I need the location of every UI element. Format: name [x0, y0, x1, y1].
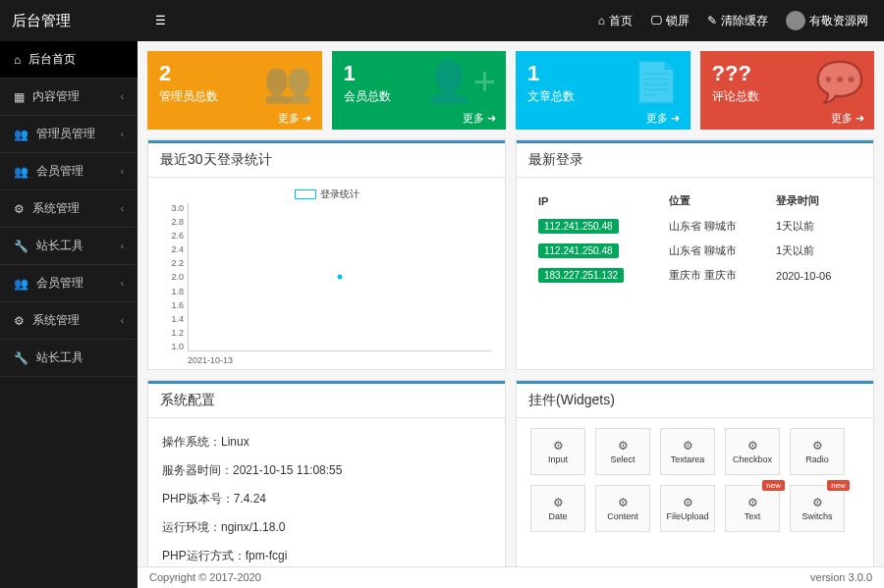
y-tick: 1.6 [162, 300, 184, 310]
widget-label: Switchs [801, 511, 832, 521]
widget-label: FileUpload [666, 511, 708, 521]
sidebar-item-4[interactable]: ⚙系统管理‹ [0, 190, 138, 228]
stat-more[interactable]: 更多 ➜ [278, 111, 311, 126]
stat-card-2[interactable]: 1文章总数更多 ➜📄 [516, 51, 691, 130]
chevron-left-icon: ‹ [121, 203, 124, 214]
login-loc: 山东省 聊城市 [661, 214, 768, 239]
new-badge: new [762, 480, 785, 491]
chart-panel: 最近30天登录统计 登录统计 3.02.82.62.42.22.01.81.61… [147, 139, 506, 370]
stat-card-3[interactable]: ???评论总数更多 ➜💬 [700, 51, 875, 130]
nav-user[interactable]: 有敬资源网 [786, 11, 868, 30]
chevron-left-icon: ‹ [121, 315, 124, 326]
widget-panel: 挂件(Widgets) ⚙Input⚙Select⚙Textarea⚙Check… [516, 380, 874, 566]
sidebar-toggle[interactable]: ☰ [145, 6, 175, 35]
widget-text[interactable]: ⚙Textnew [725, 485, 780, 532]
login-table: IP 位置 登录时间 112.241.250.48山东省 聊城市1天以前112.… [530, 187, 859, 288]
widget-radio[interactable]: ⚙Radio [790, 428, 845, 475]
widget-content[interactable]: ⚙Content [595, 485, 650, 532]
widget-fileupload[interactable]: ⚙FileUpload [660, 485, 715, 532]
y-tick: 1.2 [162, 328, 184, 338]
topbar-right: ⌂首页 🖵锁屏 ✎清除缓存 有敬资源网 [598, 11, 884, 30]
sys-panel-body: 操作系统：Linux 服务器时间：2021-10-15 11:08:55 PHP… [148, 418, 505, 566]
widget-label: Date [548, 511, 567, 521]
login-time: 1天以前 [768, 239, 859, 263]
stat-card-1[interactable]: 1会员总数更多 ➜👤+ [332, 51, 507, 130]
sys-sapi: PHP运行方式：fpm-fcgi [162, 542, 491, 566]
chart-plot [188, 203, 491, 351]
sidebar-item-label: 会员管理 [36, 163, 83, 180]
gear-icon: ⚙ [683, 439, 693, 453]
brand: 后台管理 [0, 12, 138, 30]
widget-label: Radio [805, 454, 829, 464]
chart-area: 登录统计 3.02.82.62.42.22.01.81.61.41.21.0 2… [148, 178, 505, 369]
sidebar-item-label: 系统管理 [32, 312, 80, 329]
stat-more[interactable]: 更多 ➜ [463, 111, 496, 126]
home-icon: ⌂ [14, 53, 21, 67]
y-tick: 2.0 [162, 272, 184, 282]
stat-bg-icon: 👤+ [424, 59, 496, 105]
widget-label: Content [607, 511, 638, 521]
users-icon: 👥 [14, 165, 28, 179]
widget-textarea[interactable]: ⚙Textarea [660, 428, 715, 475]
widget-checkbox[interactable]: ⚙Checkbox [725, 428, 780, 475]
gear-icon: ⚙ [747, 496, 758, 509]
wrench-icon: 🔧 [14, 240, 28, 253]
gear-icon: ⚙ [14, 202, 25, 216]
sidebar-item-7[interactable]: ⚙系统管理‹ [0, 302, 138, 340]
stat-card-0[interactable]: 2管理员总数更多 ➜👥 [147, 51, 322, 130]
login-loc: 重庆市 重庆市 [661, 263, 768, 288]
stat-more[interactable]: 更多 ➜ [831, 111, 864, 126]
sidebar-item-5[interactable]: 🔧站长工具‹ [0, 228, 138, 265]
widget-input[interactable]: ⚙Input [530, 428, 585, 475]
table-row: 183.227.251.132重庆市 重庆市2020-10-06 [530, 263, 859, 288]
sidebar-item-8[interactable]: 🔧站长工具 [0, 340, 138, 377]
content: 2管理员总数更多 ➜👥1会员总数更多 ➜👤+1文章总数更多 ➜📄???评论总数更… [138, 41, 884, 566]
nav-home[interactable]: ⌂首页 [598, 13, 633, 29]
gear-icon: ⚙ [553, 496, 564, 509]
gear-icon: ⚙ [618, 496, 629, 509]
widget-label: Checkbox [733, 454, 772, 464]
stats-row: 2管理员总数更多 ➜👥1会员总数更多 ➜👤+1文章总数更多 ➜📄???评论总数更… [147, 51, 874, 130]
th-ip: IP [530, 187, 661, 214]
sidebar-item-label: 站长工具 [36, 349, 83, 366]
topbar: 后台管理 ☰ ⌂首页 🖵锁屏 ✎清除缓存 有敬资源网 [0, 0, 884, 41]
sidebar-item-0[interactable]: ⌂后台首页 [0, 41, 138, 79]
gear-icon: ⚙ [812, 439, 823, 453]
chart-panel-title: 最近30天登录统计 [148, 140, 505, 178]
chevron-left-icon: ‹ [121, 241, 124, 251]
widgets-grid: ⚙Input⚙Select⚙Textarea⚙Checkbox⚙Radio⚙Da… [530, 428, 859, 532]
th-loc: 位置 [661, 187, 768, 214]
sidebar-item-label: 内容管理 [32, 88, 80, 105]
widget-date[interactable]: ⚙Date [530, 485, 585, 532]
panels-row-1: 最近30天登录统计 登录统计 3.02.82.62.42.22.01.81.61… [147, 139, 874, 370]
y-tick: 1.8 [162, 287, 184, 296]
y-tick: 1.4 [162, 314, 184, 324]
gear-icon: ⚙ [14, 314, 25, 328]
widget-select[interactable]: ⚙Select [595, 428, 650, 475]
y-tick: 3.0 [162, 203, 184, 213]
sys-php: PHP版本号：7.4.24 [162, 485, 491, 513]
sys-os: 操作系统：Linux [162, 428, 491, 456]
footer-left: Copyright © 2017-2020 [149, 571, 261, 584]
ip-badge: 183.227.251.132 [538, 268, 624, 283]
stat-more[interactable]: 更多 ➜ [646, 111, 680, 126]
avatar-icon [786, 11, 805, 30]
monitor-icon: 🖵 [650, 14, 662, 27]
chart-legend: 登录统计 [162, 187, 491, 201]
widget-switchs[interactable]: ⚙Switchsnew [790, 485, 845, 532]
nav-clear-cache[interactable]: ✎清除缓存 [707, 13, 768, 29]
nav-lock[interactable]: 🖵锁屏 [650, 13, 690, 29]
sidebar-item-3[interactable]: 👥会员管理‹ [0, 153, 138, 190]
chart-x-label: 2021-10-13 [188, 355, 233, 365]
stat-bg-icon: 👥 [263, 59, 312, 105]
table-row: 112.241.250.48山东省 聊城市1天以前 [530, 214, 859, 239]
sidebar-item-2[interactable]: 👥管理员管理‹ [0, 116, 138, 153]
new-badge: new [827, 480, 850, 491]
sidebar-item-6[interactable]: 👥会员管理‹ [0, 265, 138, 302]
sys-env: 运行环境：nginx/1.18.0 [162, 513, 491, 542]
sidebar-item-label: 系统管理 [32, 200, 80, 217]
sidebar-item-1[interactable]: ▦内容管理‹ [0, 79, 138, 116]
y-tick: 2.2 [162, 258, 184, 268]
sidebar: ⌂后台首页▦内容管理‹👥管理员管理‹👥会员管理‹⚙系统管理‹🔧站长工具‹👥会员管… [0, 41, 138, 588]
widget-label: Input [548, 454, 568, 464]
